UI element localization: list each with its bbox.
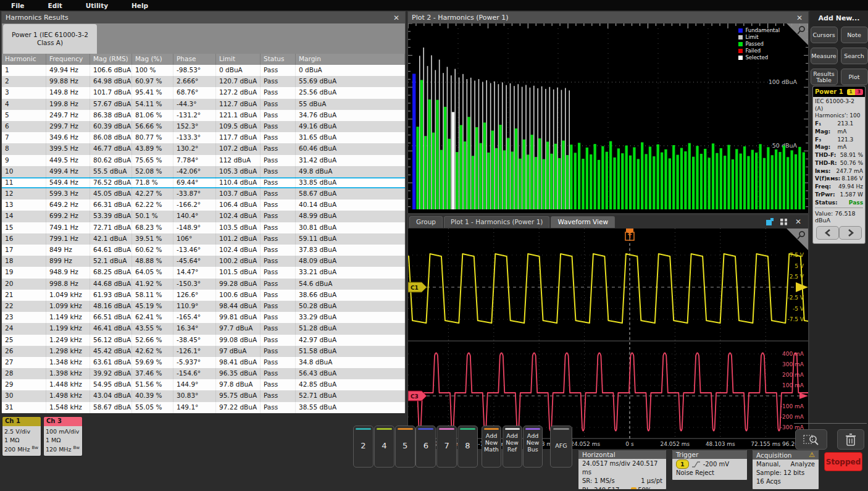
legend-label: Failed (745, 48, 761, 54)
menu-item-edit[interactable]: Edit (48, 2, 62, 9)
table-row[interactable]: 241.199 kHz46.41 dBuA43.55 %16.34°97.7 d… (2, 323, 405, 334)
table-row[interactable]: 311.548 kHz58.67 dBuA55.05 %149.1°97.22 … (2, 402, 405, 413)
table-cell: -148.9° (173, 222, 216, 233)
table-cell: 45.19 % (132, 301, 173, 312)
prev-harmonic-button[interactable] (816, 226, 839, 240)
table-cell: 130.2° (173, 143, 216, 154)
add-new-math-button[interactable]: Add New Math (482, 426, 501, 468)
table-cell: 199.8 Hz (46, 99, 90, 110)
next-harmonic-button[interactable] (839, 226, 862, 240)
trash-button[interactable] (837, 429, 864, 450)
channel-6-button[interactable]: 6 (415, 426, 436, 468)
table-row[interactable]: 16799.1 Hz42.1 dBuA39.51 %106°101.2 dBuA… (2, 233, 405, 245)
table-row[interactable]: 10499.4 Hz55.5 dBuA52.08 %-42.06°105.3 d… (2, 166, 405, 177)
add-new-measure-button[interactable]: Measure (811, 48, 838, 64)
menu-item-help[interactable]: Help (131, 2, 148, 9)
tab-waveform-view[interactable]: Waveform View (551, 216, 615, 228)
stopped-button[interactable]: Stopped (824, 452, 862, 471)
table-row[interactable]: 221.099 kHz48.16 dBuA45.19 %110.9°98.44 … (2, 301, 405, 312)
power1-badge[interactable]: Power 1 1 3 IEC 61000-3-2 (A) Harmonics'… (812, 86, 866, 244)
legend-item: Selected (738, 54, 780, 61)
add-new-plot-button[interactable]: Plot (841, 69, 868, 85)
channel-2-button[interactable]: 2 (353, 426, 373, 468)
table-cell: 127.2 dBuA (216, 87, 261, 98)
table-row[interactable]: 7349.6 Hz86.08 dBuA80.77 %-133.3°117.7 d… (2, 132, 405, 143)
table-row[interactable]: 4199.8 Hz57.67 dBuA54.11 %-44.3°112.7 dB… (2, 99, 405, 110)
table-cell: 998.8 Hz (46, 279, 90, 290)
table-cell: 100.2 dBuA (216, 256, 261, 267)
table-row[interactable]: 15749.1 Hz72.71 dBuA68.23 %-148.9°103.5 … (2, 222, 405, 233)
svg-text:400 mA: 400 mA (782, 351, 804, 357)
table-cell: 8 (2, 143, 46, 154)
table-cell: Pass (261, 233, 296, 245)
harmonics-bar-plot[interactable]: FundamentalLimitPassedFailedSelected 100… (408, 23, 808, 213)
table-row[interactable]: 17849 Hz64.61 dBuA60.62 %-13.46°102.4 dB… (2, 245, 405, 256)
close-icon[interactable]: ✕ (793, 217, 803, 226)
table-row[interactable]: 3149.8 Hz101.7 dBuA95.41 %68.76°127.2 dB… (2, 87, 405, 98)
table-row[interactable]: 20998.8 Hz44.68 dBuA41.92 %-150.3°99.28 … (2, 279, 405, 290)
source-chip: 1 3 (847, 89, 863, 95)
table-row[interactable]: 19948.9 Hz68.25 dBuA64.05 %14.47°101.5 d… (2, 267, 405, 278)
ch3-badge[interactable]: Ch 3 100 mA/div 1 MΩ 120 MHz Bw (43, 416, 83, 456)
acquisition-panel[interactable]: Acquisition ⚠ Manual,Analyze Sample: 12 … (752, 450, 819, 490)
table-cell: 48.99 dBuA (296, 211, 405, 222)
table-row[interactable]: 271.348 kHz63.61 dBuA59.69 %-5.937°98.41… (2, 357, 405, 368)
trigger-panel[interactable]: Trigger 1 -200 mV Noise Reject (672, 450, 748, 481)
table-row[interactable]: 8399.5 Hz46.77 dBuA43.89 %130.2°107.2 dB… (2, 143, 405, 154)
menu-item-file[interactable]: File (11, 2, 25, 9)
waveform-plot[interactable]: T7.5 V5 V2.5 V-2.5 V-5 V-7.5 V400 mA300 … (408, 229, 808, 449)
add-new-results-table-button[interactable]: Results Table (811, 69, 838, 85)
table-row[interactable]: 5249.7 Hz86.38 dBuA81.06 %-131.2°121.1 d… (2, 110, 405, 121)
table-cell: 99.81 dBuA (216, 312, 261, 323)
horizontal-panel[interactable]: Horizontal 24.0517 ms/div 240.517 ms SR:… (578, 450, 667, 490)
table-row[interactable]: 13649.2 Hz66.31 dBuA62.22 %-166.2°106.4 … (2, 199, 405, 211)
menu-item-utility[interactable]: Utility (86, 2, 108, 9)
ch1-badge[interactable]: Ch 1 2.5 V/div 1 MΩ 200 MHz Bw (2, 416, 41, 456)
table-row[interactable]: 18899 Hz52.1 dBuA48.88 %-45.64°100.2 dBu… (2, 256, 405, 267)
tab-group[interactable]: Group (409, 216, 443, 228)
afg-button[interactable]: AFG (550, 426, 572, 468)
table-cell: 49.94 Hz (46, 65, 90, 76)
close-icon[interactable]: ✕ (391, 14, 401, 22)
table-cell: 56.12 dBuA (90, 335, 132, 346)
legend-label: Fundamental (745, 27, 780, 33)
add-new-bus-button[interactable]: Add New Bus (523, 426, 543, 468)
channel-label: 7 (437, 441, 456, 450)
table-cell: 97 dBuA (216, 346, 261, 357)
tab-power1[interactable]: Power 1 (IEC 61000-3-2 Class A) (3, 24, 97, 54)
table-row[interactable]: 291.448 kHz54.95 dBuA51.56 %144.9°97.8 d… (2, 379, 405, 390)
grid-view-icon[interactable] (780, 219, 787, 225)
table-row[interactable]: 261.298 kHz45.42 dBuA42.62 %-126.1°97 dB… (2, 346, 405, 357)
table-row[interactable]: 9449.5 Hz80.62 dBuA75.65 %7.784°112 dBuA… (2, 155, 405, 166)
add-new-cursors-button[interactable]: Cursors (811, 27, 838, 43)
add-new-search-button[interactable]: Search (841, 48, 868, 64)
table-row[interactable]: 251.249 kHz56.12 dBuA52.66 %-38.45°99.08… (2, 335, 405, 346)
table-row[interactable]: 301.498 kHz43.04 dBuA40.39 %30.83°95.75 … (2, 390, 405, 401)
measurement-value: 8.186 V (841, 175, 863, 183)
layout-icon[interactable] (766, 218, 774, 226)
channel-8-button[interactable]: 8 (457, 426, 478, 468)
table-row[interactable]: 231.149 kHz66.51 dBuA62.41 %-165.4°99.81… (2, 312, 405, 323)
tab-plot-1-harmonics-power-1-[interactable]: Plot 1 - Harmonics (Power 1) (444, 216, 550, 228)
table-row[interactable]: 281.398 kHz39.92 dBuA37.46 %-154.6°96.35… (2, 368, 405, 379)
table-cell: 120.7 dBuA (216, 76, 261, 87)
table-row[interactable]: 14699.2 Hz53.39 dBuA50.1 %140.4°102.4 dB… (2, 211, 405, 222)
table-cell: 7 (2, 132, 46, 143)
add-new-note-button[interactable]: Note (841, 27, 868, 43)
table-cell: 149.1° (173, 402, 216, 413)
zoom-box-button[interactable] (795, 429, 827, 450)
table-cell: 99.08 dBuA (216, 335, 261, 346)
channel-5-button[interactable]: 5 (395, 426, 415, 468)
add-new-ref-button[interactable]: Add New Ref (503, 426, 522, 468)
table-row[interactable]: 299.88 Hz64.98 dBuA60.97 %2.666°120.7 dB… (2, 76, 405, 87)
table-row[interactable]: 211.049 kHz61.93 dBuA58.11 %126.6°100.6 … (2, 290, 405, 301)
table-row[interactable]: 149.94 Hz106.6 dBuA100 %-98.53°0 dBuAPas… (2, 65, 405, 76)
channel-7-button[interactable]: 7 (436, 426, 457, 468)
table-row[interactable]: 11549.4 Hz76.52 dBuA71.8 %69.44°110.4 dB… (2, 177, 405, 188)
table-row[interactable]: 12599.3 Hz45.05 dBuA42.27 %-33.87°103.7 … (2, 188, 405, 199)
close-icon[interactable]: ✕ (795, 14, 804, 22)
table-cell: Pass (261, 245, 296, 256)
channel-4-button[interactable]: 4 (374, 426, 394, 468)
table-row[interactable]: 6299.7 Hz60.39 dBuA56.66 %152.3°109.5 dB… (2, 121, 405, 132)
table-cell: 54.95 dBuA (90, 379, 132, 390)
